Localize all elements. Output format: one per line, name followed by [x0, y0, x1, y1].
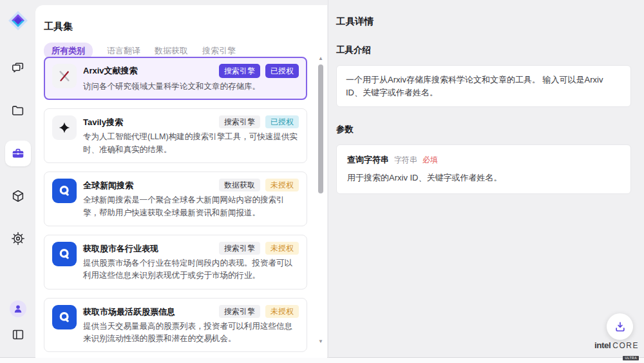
params-heading: 参数	[336, 124, 631, 135]
panel-icon	[11, 328, 25, 342]
gear-icon	[11, 231, 25, 246]
auth-status-badge: 已授权	[265, 115, 299, 128]
folder-icon	[11, 104, 25, 118]
app-logo-icon	[8, 10, 28, 31]
news-q-icon	[57, 247, 71, 261]
intro-heading: 工具介绍	[336, 44, 631, 56]
tool-card-body: 获取股市各行业表现 搜索引擎 未授权 提供股票市场各个行业在特定时间段内的表现。…	[83, 242, 299, 282]
category-badge: 搜索引擎	[219, 242, 260, 255]
tool-card-body: Arxiv文献搜索 搜索引擎 已授权 访问各个研究领域大量科学论文和文章的存储库…	[83, 64, 299, 93]
scroll-up-arrow[interactable]: ▲	[317, 55, 325, 62]
sidebar-item-tools[interactable]	[5, 141, 31, 166]
tool-icon	[52, 179, 77, 203]
toolbox-icon	[11, 146, 25, 161]
sidebar-item-settings[interactable]	[5, 226, 31, 251]
parameter-description: 用于搜索的Arxiv ID、关键字或作者姓名。	[347, 172, 620, 184]
tool-card[interactable]: Arxiv文献搜索 搜索引擎 已授权 访问各个研究领域大量科学论文和文章的存储库…	[44, 57, 307, 100]
sidebar-item-models[interactable]	[5, 183, 31, 209]
user-avatar[interactable]	[10, 300, 26, 317]
news-q-icon	[57, 310, 71, 324]
cube-icon	[11, 189, 25, 203]
tool-card[interactable]: Tavily搜索 搜索引擎 已授权 专为人工智能代理(LLM)构建的搜索引擎工具…	[44, 108, 307, 163]
app-root: 工具集 所有类别语言翻译数据获取搜索引擎 Arxiv文献搜索 搜索引擎 已授权 …	[0, 0, 644, 363]
parameter-name: 查询字符串	[347, 154, 389, 166]
tool-card-description: 全球新闻搜索是一个聚合全球各大新闻网站内容的搜索引擎，帮助用户快速获取全球最新资…	[83, 194, 299, 219]
arxiv-logo-icon	[57, 69, 71, 83]
tool-card-description: 专为人工智能代理(LLM)构建的搜索引擎工具，可快速提供实时、准确和真实的结果。	[83, 131, 299, 156]
category-badge: 数据获取	[219, 179, 260, 191]
sidebar	[0, 0, 35, 357]
tool-card-body: 获取市场最活跃股票信息 搜索引擎 未授权 提供当天交易量最高的股票列表，投资者可…	[83, 305, 299, 346]
tool-card-description: 提供当天交易量最高的股票列表，投资者可以利用这些信息来识别流动性强的股票和潜在的…	[83, 320, 299, 346]
sidebar-item-chat[interactable]	[5, 55, 31, 81]
auth-status-badge: 未授权	[265, 305, 299, 318]
tool-icon	[52, 305, 77, 329]
tool-card-body: 全球新闻搜索 数据获取 未授权 全球新闻搜索是一个聚合全球各大新闻网站内容的搜索…	[83, 179, 299, 219]
parameter-card: 查询字符串 字符串 必填 用于搜索的Arxiv ID、关键字或作者姓名。	[336, 144, 631, 194]
tool-card[interactable]: 获取市场最活跃股票信息 搜索引擎 未授权 提供当天交易量最高的股票列表，投资者可…	[44, 298, 307, 353]
auth-status-badge: 已授权	[265, 64, 299, 78]
category-badge: 搜索引擎	[219, 305, 260, 318]
category-badge: 搜索引擎	[219, 115, 260, 128]
news-q-icon	[57, 184, 71, 198]
tool-card-title: 全球新闻搜索	[83, 179, 133, 191]
parameter-required-badge: 必填	[422, 155, 438, 166]
scroll-down-arrow[interactable]: ▼	[317, 338, 325, 345]
tool-detail-panel: 工具详情 工具介绍 一个用于从Arxiv存储库搜索科学论文和文章的工具。 输入可…	[328, 0, 644, 358]
download-icon	[614, 320, 627, 333]
intel-brand-text: intel	[594, 340, 611, 350]
parameter-header: 查询字符串 字符串 必填	[347, 154, 620, 166]
tool-icon	[52, 64, 77, 88]
sidebar-item-files[interactable]	[5, 98, 31, 124]
tool-card-list: Arxiv文献搜索 搜索引擎 已授权 访问各个研究领域大量科学论文和文章的存储库…	[44, 57, 307, 358]
sidebar-nav	[5, 55, 31, 251]
tool-card-description: 提供股票市场各个行业在特定时间段内的表现。投资者可以利用这些信息来识别表现优于或…	[83, 257, 299, 282]
scrollbar: ▲ ▼	[317, 55, 325, 353]
download-button[interactable]	[607, 313, 633, 340]
tool-icon	[52, 242, 77, 266]
tool-card-title: 获取市场最活跃股票信息	[83, 305, 175, 318]
auth-status-badge: 未授权	[265, 242, 299, 255]
tool-card-title: 获取股市各行业表现	[83, 242, 158, 255]
tavily-star-icon	[57, 121, 71, 135]
page-title: 工具集	[44, 21, 73, 33]
parameter-type: 字符串	[394, 155, 417, 166]
collapse-panel-button[interactable]	[10, 326, 26, 343]
app-window: 工具集 所有类别语言翻译数据获取搜索引擎 Arxiv文献搜索 搜索引擎 已授权 …	[0, 0, 644, 358]
tool-card-title: Arxiv文献搜索	[83, 64, 138, 77]
tool-card[interactable]: 获取股市各行业表现 搜索引擎 未授权 提供股票市场各个行业在特定时间段内的表现。…	[44, 235, 307, 289]
tool-card[interactable]: 全球新闻搜索 数据获取 未授权 全球新闻搜索是一个聚合全球各大新闻网站内容的搜索…	[44, 172, 307, 226]
detail-title: 工具详情	[336, 15, 631, 28]
ultra-badge: ULTRA	[623, 356, 639, 360]
intro-text: 一个用于从Arxiv存储库搜索科学论文和文章的工具。 输入可以是Arxiv ID…	[336, 65, 631, 107]
tool-icon	[52, 115, 77, 140]
tool-card-description: 访问各个研究领域大量科学论文和文章的存储库。	[83, 81, 299, 93]
category-badge: 搜索引擎	[219, 64, 260, 78]
chat-icon	[11, 61, 25, 75]
scrollbar-thumb[interactable]	[318, 64, 323, 193]
tool-card-body: Tavily搜索 搜索引擎 已授权 专为人工智能代理(LLM)构建的搜索引擎工具…	[83, 115, 299, 156]
core-brand-text: CORE	[612, 341, 639, 350]
auth-status-badge: 未授权	[265, 179, 299, 191]
tool-card-title: Tavily搜索	[83, 115, 123, 128]
user-icon	[12, 303, 24, 315]
sidebar-bottom	[0, 300, 35, 343]
tool-list-panel: 工具集 所有类别语言翻译数据获取搜索引擎 Arxiv文献搜索 搜索引擎 已授权 …	[35, 5, 327, 358]
intel-core-logo: intel CORE ULTRA	[594, 340, 639, 362]
